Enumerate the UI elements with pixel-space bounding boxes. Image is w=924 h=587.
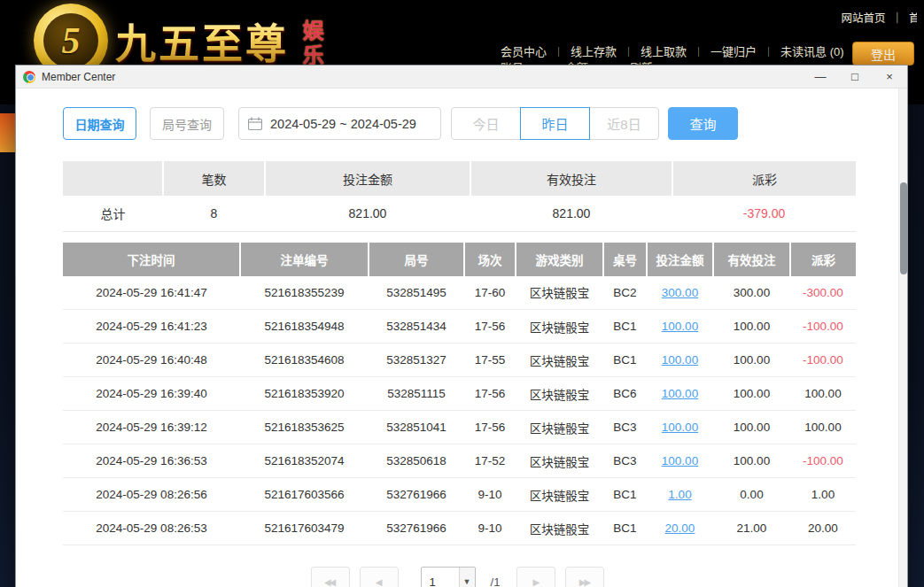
separator: ｜ <box>764 44 773 58</box>
table-no: BC6 <box>603 377 647 411</box>
bet-table-head-row: 下注时间注单编号局号场次游戏类别桌号投注金额有效投注派彩 <box>63 243 856 276</box>
window-controls: — □ × <box>811 68 902 86</box>
payout: 1.00 <box>790 478 856 512</box>
coin-digit: 5 <box>43 13 98 68</box>
order-id: 521617603566 <box>240 478 369 512</box>
table-no: BC1 <box>603 344 647 377</box>
order-id: 521618353625 <box>240 411 369 444</box>
round-id: 532850618 <box>369 444 464 478</box>
table-row: 2024-05-29 16:39:12521618353625532851041… <box>63 411 856 444</box>
bet-records-table: 下注时间注单编号局号场次游戏类别桌号投注金额有效投注派彩 2024-05-29 … <box>63 243 856 546</box>
tab-round-query[interactable]: 局号查询 <box>150 107 224 140</box>
today-button[interactable]: 今日 <box>451 107 521 140</box>
bet-amount[interactable]: 100.00 <box>647 444 713 478</box>
window-titlebar[interactable]: Member Center — □ × <box>16 66 907 89</box>
round-id: 532851041 <box>369 411 464 444</box>
valid-bet-header: 有效投注 <box>470 161 672 196</box>
table-no: BC1 <box>603 310 647 344</box>
date-range-picker[interactable]: 2024-05-29 ~ 2024-05-29 <box>238 107 441 140</box>
last-8-days-button[interactable]: 近8日 <box>589 107 659 140</box>
count-header: 笔数 <box>163 161 265 196</box>
nav-link[interactable]: 会员中心 <box>501 42 547 59</box>
next-page-button[interactable]: ▶ <box>516 567 555 587</box>
valid-bet: 100.00 <box>713 310 790 344</box>
bet-amount[interactable]: 20.00 <box>647 512 713 545</box>
bet-time: 2024-05-29 16:39:12 <box>63 411 240 444</box>
separator: ｜ <box>624 44 633 58</box>
bet-amount[interactable]: 100.00 <box>647 411 713 444</box>
bet-amount[interactable]: 100.00 <box>647 344 713 377</box>
bet-amount[interactable]: 300.00 <box>647 276 713 310</box>
valid-bet: 100.00 <box>713 344 790 377</box>
close-button[interactable]: × <box>881 68 898 86</box>
member-center-window: Member Center — □ × 日期查询 局号查询 2024-05-29… <box>15 65 908 587</box>
maximize-button[interactable]: □ <box>846 68 864 86</box>
payout: -100.00 <box>790 310 856 344</box>
order-id: 521618354948 <box>240 310 369 344</box>
round-id: 532851434 <box>369 310 464 344</box>
column-header: 有效投注 <box>713 243 790 276</box>
round-id: 532761966 <box>369 478 464 512</box>
scrollbar-thumb[interactable] <box>900 182 907 274</box>
session: 17-56 <box>464 411 516 444</box>
prev-page-button[interactable]: ◀ <box>360 567 399 587</box>
order-id: 521618352074 <box>240 444 369 478</box>
total-valid: 821.00 <box>470 196 672 231</box>
valid-bet: 100.00 <box>713 377 790 411</box>
separator: ｜ <box>554 44 563 58</box>
scrollbar-track[interactable] <box>898 89 907 587</box>
payout: 100.00 <box>790 411 856 444</box>
nav-link[interactable]: 线上取款 <box>641 42 687 59</box>
game-type: 区块链骰宝 <box>516 276 603 310</box>
game-type: 区块链骰宝 <box>516 344 603 377</box>
table-no: BC3 <box>603 411 647 444</box>
bet-time: 2024-05-29 16:40:48 <box>63 344 240 377</box>
column-header: 桌号 <box>603 243 647 276</box>
column-header: 投注金额 <box>647 243 713 276</box>
banner-edge <box>0 113 15 152</box>
quick-date-group: 今日 昨日 近8日 <box>451 107 659 140</box>
column-header: 注单编号 <box>240 243 369 276</box>
total-payout: -379.00 <box>672 196 856 231</box>
bet-time: 2024-05-29 16:36:53 <box>63 444 240 478</box>
game-type: 区块链骰宝 <box>516 377 603 411</box>
nav-link[interactable]: 未读讯息 (0) <box>780 42 844 59</box>
game-type: 区块链骰宝 <box>516 444 603 478</box>
nav-link[interactable]: 线上存款 <box>571 42 617 59</box>
last-page-button[interactable]: ▶▶ <box>565 567 604 587</box>
game-type: 区块链骰宝 <box>516 512 603 545</box>
logout-button[interactable]: 登出 <box>852 42 914 66</box>
column-header: 游戏类别 <box>516 243 603 276</box>
game-type: 区块链骰宝 <box>516 478 603 512</box>
clipped-link[interactable]: 首 <box>909 9 917 26</box>
home-link[interactable]: 网站首页 <box>841 9 885 26</box>
nav-link[interactable]: 一键归户 <box>710 42 757 59</box>
bet-amount[interactable]: 100.00 <box>647 377 713 411</box>
pagination: ◀◀ ◀ 1 ▼ /1 ▶ ▶▶ <box>63 567 852 587</box>
session: 9-10 <box>464 512 516 545</box>
minimize-button[interactable]: — <box>811 68 829 86</box>
payout: -300.00 <box>790 276 856 310</box>
top-utility-nav: 网站首页 ｜ 首 <box>841 9 917 26</box>
valid-bet: 300.00 <box>713 276 790 310</box>
tab-date-query[interactable]: 日期查询 <box>63 107 136 140</box>
order-id: 521617603479 <box>240 512 369 545</box>
payout: 100.00 <box>790 377 856 411</box>
yesterday-button[interactable]: 昨日 <box>520 107 590 140</box>
table-row: 2024-05-29 16:40:48521618354608532851327… <box>63 344 856 377</box>
page-select[interactable]: 1 ▼ <box>421 567 476 587</box>
table-row: 2024-05-29 16:41:23521618354948532851434… <box>63 310 856 344</box>
page-select-value: 1 <box>422 575 459 587</box>
bet-amount[interactable]: 100.00 <box>647 310 713 344</box>
round-id: 532851495 <box>369 276 464 310</box>
search-button[interactable]: 查询 <box>668 107 738 140</box>
separator: ｜ <box>694 44 703 58</box>
order-id: 521618355239 <box>240 276 369 310</box>
bet-amount[interactable]: 1.00 <box>647 478 713 512</box>
valid-bet: 21.00 <box>713 512 790 545</box>
valid-bet: 0.00 <box>713 478 790 512</box>
game-type: 区块链骰宝 <box>516 411 603 444</box>
first-page-button[interactable]: ◀◀ <box>311 567 350 587</box>
order-id: 521618353920 <box>240 377 369 411</box>
payout: 20.00 <box>790 512 856 545</box>
